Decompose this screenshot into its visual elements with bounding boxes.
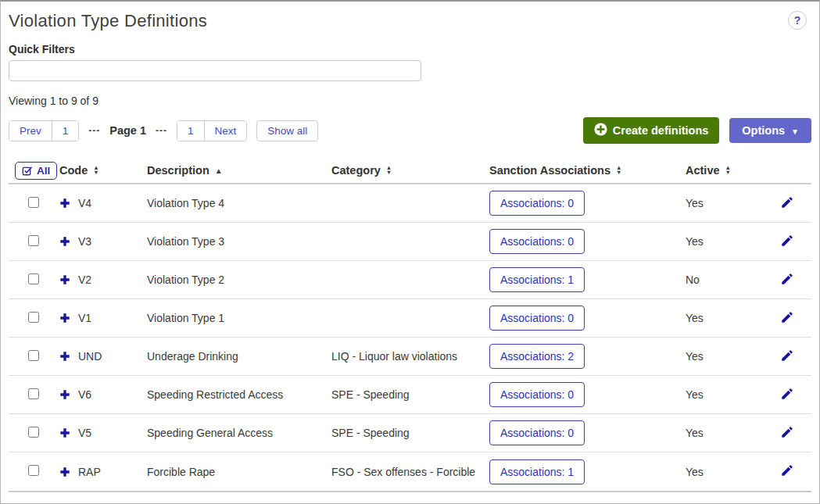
plus-icon[interactable]	[59, 427, 70, 438]
row-active-value: Yes	[686, 235, 779, 248]
row-active-value: Yes	[686, 427, 779, 439]
row-active-value: Yes	[686, 466, 779, 478]
current-page-label: Page 1	[109, 124, 146, 137]
page-title: Violation Type Definitions	[9, 11, 207, 31]
sort-icon: ▲▼	[386, 166, 392, 176]
select-all-cell: All	[9, 162, 59, 180]
edit-button[interactable]	[779, 270, 796, 290]
associations-button[interactable]: Associations: 0	[489, 420, 585, 445]
pencil-icon	[780, 195, 794, 212]
row-category: SPE - Speeding	[331, 388, 489, 401]
options-dropdown-button[interactable]: Options ▼	[729, 118, 811, 143]
plus-icon[interactable]	[59, 389, 70, 400]
table-header: All Code ▲▼ Description ▲ Category ▲▼ Sa…	[9, 158, 811, 184]
plus-icon[interactable]	[59, 274, 70, 285]
associations-button[interactable]: Associations: 0	[489, 306, 585, 331]
create-definitions-label: Create definitions	[613, 124, 708, 137]
sort-icon: ▲	[215, 166, 223, 175]
column-header-description[interactable]: Description ▲	[147, 164, 331, 177]
pencil-icon	[780, 349, 794, 365]
row-checkbox[interactable]	[28, 235, 39, 246]
row-active-value: Yes	[686, 312, 779, 324]
plus-icon[interactable]	[59, 313, 70, 323]
create-definitions-button[interactable]: Create definitions	[583, 117, 719, 144]
plus-circle-icon	[594, 123, 607, 138]
options-label: Options	[742, 124, 785, 137]
row-code: V3	[78, 235, 91, 248]
row-code: V4	[78, 197, 91, 209]
row-active-value: No	[686, 273, 779, 286]
row-active-value: Yes	[686, 197, 779, 209]
edit-button[interactable]	[779, 462, 796, 481]
question-mark-icon: ?	[794, 14, 801, 27]
chevron-down-icon: ▼	[791, 127, 799, 136]
action-buttons: Create definitions Options ▼	[583, 117, 811, 144]
edit-button[interactable]	[779, 424, 796, 443]
row-checkbox[interactable]	[28, 427, 39, 438]
row-code: V6	[78, 388, 91, 401]
pencil-icon	[780, 387, 794, 403]
table-row: V1 Violation Type 1 Associations: 0 Yes	[9, 299, 811, 338]
edit-button[interactable]	[779, 347, 796, 366]
edit-button[interactable]	[779, 309, 796, 328]
row-checkbox[interactable]	[28, 273, 39, 284]
associations-button[interactable]: Associations: 1	[489, 459, 585, 484]
pagination: Prev 1 --- Page 1 --- 1 Next Show all	[9, 120, 318, 141]
plus-icon[interactable]	[59, 198, 70, 209]
associations-button[interactable]: Associations: 0	[489, 382, 585, 407]
row-description: Underage Drinking	[147, 350, 331, 363]
column-header-associations[interactable]: Sanction Associations ▲▼	[489, 164, 686, 177]
row-code: V5	[78, 427, 91, 439]
row-checkbox[interactable]	[28, 350, 39, 361]
next-button-group: 1 Next	[177, 120, 247, 141]
row-description: Violation Type 3	[147, 235, 331, 248]
associations-button[interactable]: Associations: 0	[489, 191, 585, 216]
prev-page-number-button[interactable]: 1	[52, 121, 79, 141]
associations-button[interactable]: Associations: 1	[489, 267, 585, 292]
pagination-separator-left: ---	[88, 125, 100, 136]
row-code: V2	[78, 273, 91, 286]
table-row: V2 Violation Type 2 Associations: 1 No	[9, 261, 811, 299]
column-header-active[interactable]: Active ▲▼	[686, 164, 779, 177]
associations-button[interactable]: Associations: 2	[489, 344, 585, 369]
row-description: Violation Type 1	[147, 312, 331, 324]
column-header-code[interactable]: Code ▲▼	[59, 164, 147, 177]
row-category: LIQ - Liquor law violations	[331, 350, 489, 363]
row-category: FSO - Sex offenses - Forcible	[331, 466, 489, 478]
prev-button[interactable]: Prev	[9, 121, 52, 141]
pencil-icon	[780, 310, 794, 327]
next-button[interactable]: Next	[205, 121, 247, 141]
pencil-icon	[780, 272, 794, 288]
edit-button[interactable]	[779, 194, 796, 213]
table-row: V4 Violation Type 4 Associations: 0 Yes	[9, 184, 811, 223]
column-header-category[interactable]: Category ▲▼	[331, 164, 489, 177]
next-page-number-button[interactable]: 1	[177, 121, 205, 141]
sort-icon: ▲▼	[725, 166, 731, 176]
sort-icon: ▲▼	[616, 166, 621, 176]
row-checkbox[interactable]	[28, 465, 39, 476]
sort-icon: ▲▼	[93, 166, 98, 176]
row-checkbox[interactable]	[28, 312, 39, 323]
select-all-button[interactable]: All	[15, 162, 57, 180]
plus-icon[interactable]	[59, 236, 70, 247]
plus-icon[interactable]	[59, 351, 70, 362]
table-row: UND Underage Drinking LIQ - Liquor law v…	[9, 338, 811, 376]
row-description: Speeding Restricted Access	[147, 388, 331, 401]
row-code: UND	[78, 350, 102, 363]
controls-row: Prev 1 --- Page 1 --- 1 Next Show all Cr…	[9, 117, 811, 144]
edit-button[interactable]	[779, 385, 796, 405]
row-active-value: Yes	[686, 350, 779, 363]
edit-button[interactable]	[779, 232, 796, 252]
quick-filters-input[interactable]	[9, 60, 421, 81]
row-checkbox[interactable]	[28, 388, 39, 399]
violation-type-definitions-page: Violation Type Definitions ? Quick Filte…	[0, 0, 820, 504]
associations-button[interactable]: Associations: 0	[489, 229, 585, 254]
help-button[interactable]: ?	[788, 11, 807, 30]
table-row: V3 Violation Type 3 Associations: 0 Yes	[9, 223, 811, 261]
plus-icon[interactable]	[59, 466, 70, 477]
show-all-button[interactable]: Show all	[256, 120, 318, 141]
row-checkbox[interactable]	[28, 197, 39, 208]
row-description: Violation Type 2	[147, 273, 331, 286]
prev-button-group: Prev 1	[9, 120, 79, 141]
table-row: V5 Speeding General Access SPE - Speedin…	[9, 414, 811, 452]
